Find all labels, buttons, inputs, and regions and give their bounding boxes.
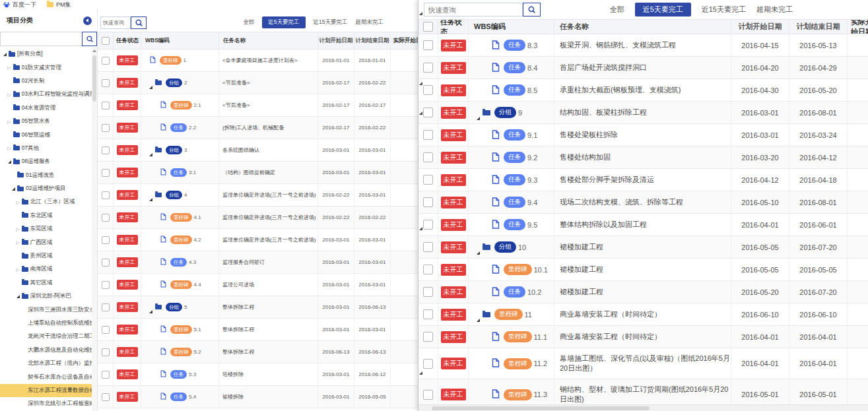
- table-row[interactable]: 未开工任务5.4裙楼拆除2016-03-012016-05-05: [98, 386, 422, 408]
- expand-arrow-icon[interactable]: [149, 80, 152, 86]
- tree-item[interactable]: 02运维维护项目: [0, 182, 92, 195]
- expand-arrow-icon[interactable]: [2, 53, 8, 56]
- table-row[interactable]: 未开工分组3各系统图纸确认2016-03-012016-03-01: [98, 139, 422, 162]
- collapse-arrow-icon[interactable]: ▷: [15, 267, 21, 272]
- tab-due-in-15-days[interactable]: 近15天要完工: [702, 5, 746, 15]
- row-checkbox[interactable]: [423, 85, 433, 95]
- table-row[interactable]: 未开工里程碑4.1监理单位确定并进场(三月一号之前进场)2016-02-2220…: [98, 206, 422, 229]
- row-checkbox[interactable]: [423, 359, 433, 369]
- expand-arrow-icon[interactable]: [477, 243, 480, 251]
- table-row[interactable]: 未开工任务9.5整体结构拆除以及加固工程2016-04-012016-06-01: [418, 214, 868, 236]
- row-checkbox[interactable]: [423, 152, 433, 162]
- tree-item[interactable]: 深圳市北线引水工程板雷岗泵: [0, 397, 92, 410]
- row-checkbox[interactable]: [102, 57, 110, 65]
- table-row[interactable]: 未开工分组2<节后准备>2016-02-172016-02-22: [98, 72, 422, 94]
- row-checkbox[interactable]: [102, 348, 110, 356]
- tab-overdue[interactable]: 超期未完工: [356, 18, 384, 26]
- tree-scrollbar[interactable]: [92, 47, 97, 411]
- table-row[interactable]: 未开工任务9.4现场二次结构支模、浇筑、拆除等工程2016-05-102016-…: [418, 191, 868, 214]
- table-row[interactable]: 未开工里程碑11.1商业幕墙安装工程（时间待定）2016-04-012016-0…: [418, 326, 868, 348]
- tree-item[interactable]: ▷03水利工程智能化监控与调度管理: [0, 88, 92, 101]
- row-checkbox[interactable]: [423, 175, 433, 185]
- row-checkbox[interactable]: [423, 390, 433, 400]
- row-checkbox[interactable]: [423, 332, 433, 342]
- tab-due-in-5-days[interactable]: 近5天要完工: [635, 3, 691, 16]
- table-row[interactable]: 未开工里程碑2.1<节后准备>2016-02-172016-02-17: [98, 94, 422, 117]
- collapse-arrow-icon[interactable]: ▷: [7, 92, 13, 97]
- expand-arrow-icon[interactable]: [149, 147, 152, 153]
- table-row[interactable]: 未开工分组5整体拆除工程2016-03-012016-06-13: [98, 296, 422, 319]
- row-checkbox[interactable]: [423, 130, 433, 140]
- column-header-plan-start[interactable]: 计划开始日期: [731, 20, 789, 34]
- table-row[interactable]: 未开工里程碑10.1裙楼加建工程2016-05-052016-05-05: [418, 259, 868, 281]
- tree-item[interactable]: ▷05智慧水务: [0, 115, 92, 128]
- row-checkbox[interactable]: [102, 371, 110, 379]
- row-checkbox[interactable]: [102, 214, 110, 222]
- row-checkbox[interactable]: [102, 259, 110, 267]
- expand-arrow-icon[interactable]: [477, 311, 480, 319]
- tree-item[interactable]: ▷南海区域: [0, 263, 92, 276]
- category-search-input[interactable]: [0, 32, 82, 46]
- expand-arrow-icon[interactable]: [149, 192, 152, 198]
- quick-search-button[interactable]: [523, 3, 541, 16]
- tree-item[interactable]: 其它区域: [0, 276, 92, 290]
- row-checkbox[interactable]: [102, 281, 110, 289]
- horizontal-scrollbar[interactable]: [418, 404, 868, 411]
- quick-search-input[interactable]: [424, 3, 523, 16]
- collapse-arrow-icon[interactable]: ▷: [15, 200, 21, 205]
- collapse-panel-button[interactable]: [83, 16, 92, 25]
- tree-item[interactable]: 04水资源管理: [0, 102, 92, 115]
- table-row[interactable]: 未开工分组9结构加固、板梁柱拆除工程2016-03-012016-08-01: [418, 102, 868, 124]
- table-row[interactable]: 未开工任务3.1（结构）图纸提前确定2016-03-012016-03-01: [98, 162, 422, 184]
- table-row[interactable]: 未开工里程碑4.4监理公司进场2016-03-012016-03-01: [98, 274, 422, 296]
- quick-search-input[interactable]: [100, 16, 131, 29]
- row-checkbox[interactable]: [423, 63, 433, 73]
- table-row[interactable]: 未开工里程碑4.2监理单位确定并进场(三月一号之前进场)2016-03-0120…: [98, 229, 422, 251]
- column-header-plan-end[interactable]: 计划结束日期: [354, 32, 391, 49]
- row-checkbox[interactable]: [423, 108, 433, 117]
- collapse-arrow-icon[interactable]: ▷: [7, 146, 13, 150]
- quick-search-button[interactable]: [131, 16, 147, 29]
- tree-item[interactable]: ▷广西区域: [0, 236, 92, 249]
- bookmark-item[interactable]: PM集: [47, 1, 71, 9]
- row-checkbox[interactable]: [102, 303, 110, 311]
- tab-due-in-15-days[interactable]: 近15天要完工: [314, 18, 348, 26]
- tab-all[interactable]: 全部: [610, 5, 624, 15]
- horizontal-scrollbar-thumb[interactable]: [432, 406, 650, 410]
- collapse-arrow-icon[interactable]: ▷: [7, 119, 13, 124]
- column-header-task-status[interactable]: 任务状态: [438, 20, 469, 34]
- bookmark-item[interactable]: 百度一下: [3, 1, 36, 9]
- table-row[interactable]: 未开工任务9.3售楼处部分脚手架拆除及清运2016-04-122016-04-1…: [418, 169, 868, 191]
- row-checkbox[interactable]: [102, 326, 110, 334]
- expand-arrow-icon[interactable]: [477, 109, 480, 117]
- select-all-checkbox[interactable]: [423, 22, 433, 32]
- tree-item[interactable]: 上埔泵站自动控制系统维护合: [0, 317, 92, 330]
- expand-arrow-icon[interactable]: [7, 160, 13, 164]
- table-row[interactable]: 未开工任务9.2售楼处结构加固2016-03-202016-04-12: [418, 146, 868, 169]
- tree-scrollbar-thumb[interactable]: [92, 55, 96, 102]
- column-header-actual-start[interactable]: 实际开始日期: [848, 20, 868, 34]
- table-row[interactable]: 未开工里程碑1<金丰豪庭项目施工进度计划表>2016-01-012016-01-…: [98, 49, 422, 72]
- tree-item[interactable]: 龙岗河干流综合治理二期工程-: [0, 330, 92, 343]
- collapse-arrow-icon[interactable]: ▷: [15, 227, 21, 232]
- tree-item[interactable]: 06智慧运维: [0, 128, 92, 141]
- table-row[interactable]: 未开工分组4监理单位确定并进场(三月一号之前进场)2016-02-222016-…: [98, 184, 422, 206]
- tree-item[interactable]: 东北区域: [0, 209, 92, 222]
- row-checkbox[interactable]: [102, 393, 110, 401]
- scroll-up-icon[interactable]: [92, 49, 96, 52]
- table-row[interactable]: 未开工里程碑5.2整体拆除工程2016-06-132016-06-13: [98, 341, 422, 364]
- row-checkbox[interactable]: [423, 265, 433, 274]
- collapse-arrow-icon[interactable]: ▷: [15, 240, 21, 245]
- column-header-plan-start[interactable]: 计划开始日期: [318, 32, 354, 49]
- tree-item[interactable]: ▷07其他: [0, 142, 92, 155]
- tree-item[interactable]: 08运维服务: [0, 155, 92, 168]
- expand-arrow-icon[interactable]: [11, 187, 17, 191]
- expand-arrow-icon[interactable]: [149, 304, 152, 310]
- tree-item[interactable]: 贵州区域: [0, 249, 92, 263]
- row-checkbox[interactable]: [102, 146, 110, 154]
- tree-item[interactable]: 契爷石水库办公设备及自动化: [0, 370, 92, 383]
- row-checkbox[interactable]: [102, 102, 110, 110]
- collapse-arrow-icon[interactable]: ▷: [7, 65, 13, 70]
- row-checkbox[interactable]: [423, 220, 433, 230]
- row-checkbox[interactable]: [423, 197, 433, 207]
